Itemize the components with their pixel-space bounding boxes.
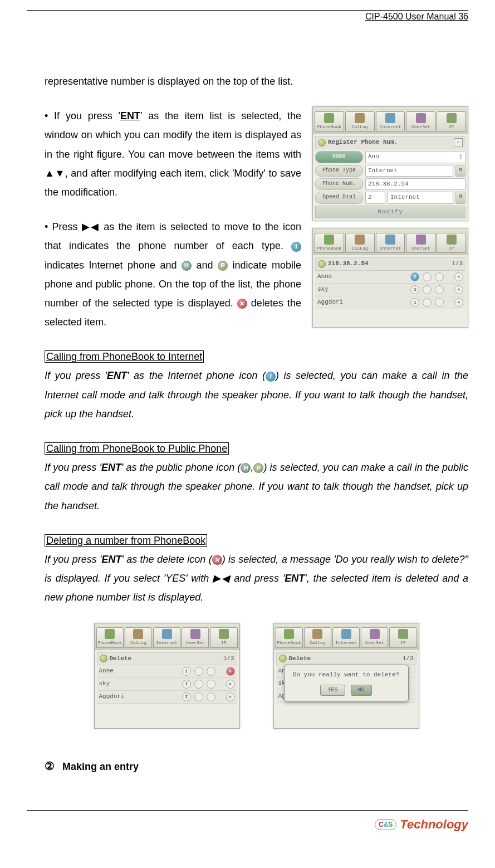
tab-label: UserSet (411, 245, 430, 251)
list-item: sky (99, 680, 179, 688)
tab: CalLog (345, 111, 375, 131)
list-item: Aggdori (99, 693, 179, 701)
txt: ' as the public phone icon ( (121, 462, 241, 473)
blank-icon (423, 285, 432, 294)
tab: UserSet (406, 233, 435, 253)
ent-key: ENT (101, 554, 121, 565)
list-item: Anne (317, 272, 407, 281)
mobile-icon: H (241, 463, 251, 473)
logo-word: Technology (400, 817, 468, 832)
sec1-title: Calling from PhoneBook to Internet (45, 350, 204, 363)
tab-label: PhoneBook (317, 245, 341, 251)
tab: CalLog (125, 627, 152, 647)
tab: Internet (332, 627, 360, 647)
ent-key: ENT (285, 573, 305, 584)
icon: I (182, 680, 191, 689)
txt: and (192, 260, 218, 271)
tab-label: IP (449, 124, 454, 130)
logo-c: C (379, 821, 384, 828)
product-name: CIP-4500 User Manual (365, 12, 456, 21)
field-label: Speed Dial (315, 192, 363, 203)
ip-title: 218.38.2.54 (328, 260, 449, 268)
icon: I (182, 693, 191, 701)
screenshot-delete-list: PhoneBook CalLog Internet UserSet IP Del… (94, 623, 240, 729)
tab-label: CalLog (130, 640, 146, 646)
internet-icon: I (410, 272, 419, 281)
delete-icon: ✕ (212, 555, 222, 565)
dropdown-icon: ⇅ (455, 192, 465, 203)
field-value: 218.38.2.54 (365, 178, 465, 190)
tab: IP (437, 111, 466, 131)
logo-s: S (388, 821, 393, 828)
list-item: Anne (99, 667, 179, 675)
tab-label: CalLog (352, 245, 368, 251)
tab-label: IP (400, 640, 406, 646)
internet-icon: I (291, 242, 301, 252)
blank-icon (194, 693, 203, 701)
tab-label: CalLog (310, 640, 326, 646)
mobile-icon: H (182, 261, 192, 271)
counter: 1/3 (403, 655, 414, 663)
screenshot-list: PhoneBook CalLog Internet UserSet IP 218… (312, 228, 468, 327)
delete-icon: × (454, 285, 463, 294)
field-value: Internet (365, 165, 453, 177)
tab: PhoneBook (96, 627, 124, 647)
sec2-title: Calling from PhoneBook to Public Phone (45, 442, 229, 455)
tab: Internet (153, 627, 180, 647)
delete-icon: × (226, 693, 235, 701)
press-para: • Press ▶◀ as the item is selected to mo… (45, 217, 301, 331)
icon: I (182, 667, 191, 676)
ent-para: • If you press 'ENT' as the item list is… (45, 106, 301, 202)
header: CIP-4500 User Manual 36 (365, 12, 468, 22)
ent-key: ENT (101, 462, 121, 473)
screenshot-delete-confirm: PhoneBook CalLog Internet UserSet IP Del… (273, 623, 419, 729)
delete-icon: ✕ (237, 299, 247, 309)
ent-key: ENT (107, 370, 127, 381)
tab-label: Internet (335, 640, 356, 646)
txt: • If you press ' (45, 110, 120, 121)
txt: Ann (368, 153, 379, 161)
ent-key: ENT (120, 110, 140, 121)
sec1: Calling from PhoneBook to Internet If yo… (45, 347, 468, 423)
blank-icon (423, 298, 432, 307)
field-value: 2 (365, 192, 385, 203)
txt: • Press ▶◀ as the item is selected to mo… (45, 221, 301, 251)
public-icon: P (218, 261, 228, 271)
tab: CalLog (304, 627, 331, 647)
blank-icon (194, 667, 203, 676)
dropdown-icon: ⇅ (455, 165, 465, 177)
txt: If you press ' (45, 554, 101, 565)
txt: indicates Internet phone and (45, 260, 182, 271)
window-title: Delete (289, 655, 400, 663)
tab: UserSet (182, 627, 209, 647)
tab: IP (389, 627, 416, 647)
list-number-icon: ② (45, 755, 55, 777)
tab-label: Internet (380, 245, 401, 251)
heading-making-entry: ②Making an entry (45, 755, 468, 777)
blank-icon (207, 667, 215, 676)
tab-label: UserSet (411, 124, 430, 130)
close-icon: ▫ (454, 138, 463, 147)
blank-icon (194, 680, 203, 689)
blank-icon (207, 693, 215, 701)
list-item: sky (317, 285, 407, 294)
delete-icon: × (454, 298, 463, 307)
sec3: Deleting a number from PhoneBook If you … (45, 531, 468, 607)
modify-button: Modify (315, 206, 465, 218)
tab: IP (210, 627, 237, 647)
page-number: 36 (458, 12, 468, 21)
icon: I (410, 298, 419, 307)
internet-icon: I (266, 372, 276, 382)
txt: ' as the Internet phone icon ( (127, 370, 266, 381)
company-logo: C&S Technology (375, 817, 468, 832)
tab-label: PhoneBook (277, 640, 301, 646)
window-title: Register Phone Num. (328, 138, 452, 147)
icon: I (410, 285, 419, 294)
txt: ' as the delete icon ( (121, 554, 212, 565)
tab: CalLog (345, 233, 375, 253)
tab: PhoneBook (315, 111, 344, 131)
tab-label: IP (221, 640, 227, 646)
tab-label: IP (449, 245, 454, 251)
dialog-message: Do you really want to delete? (289, 671, 404, 679)
tab-label: Internet (380, 124, 401, 130)
